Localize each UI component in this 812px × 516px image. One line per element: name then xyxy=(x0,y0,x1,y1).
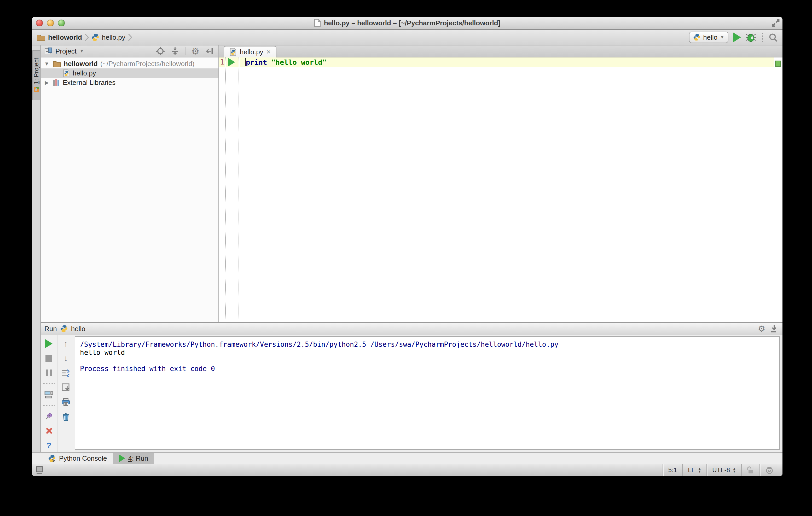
minimize-window-button[interactable] xyxy=(47,20,54,26)
tab-hello-py[interactable]: hello.py × xyxy=(224,46,277,57)
soft-wrap-icon[interactable] xyxy=(61,368,70,377)
scroll-to-end-icon[interactable] xyxy=(61,383,70,392)
gear-icon[interactable]: ⚙ xyxy=(757,324,766,333)
run-panel-config-name: hello xyxy=(71,325,85,333)
toolbar-separator xyxy=(762,33,763,42)
encoding-widget[interactable]: UTF-8 ▲▼ xyxy=(706,464,741,476)
run-tool-window-header[interactable]: Run hello ⚙ xyxy=(41,322,782,335)
next-occurrence-icon[interactable]: ↓ xyxy=(61,354,70,363)
tree-expanded-icon[interactable]: ▼ xyxy=(44,61,50,67)
breadcrumb-item-file[interactable]: hello.py xyxy=(91,33,125,41)
toolbar-separator xyxy=(43,405,55,406)
tab-run[interactable]: 4: Run xyxy=(113,453,154,464)
status-bar: 5:1 LF ▲▼ UTF-8 ▲▼ xyxy=(32,464,782,476)
run-configuration-select[interactable]: hello ▼ xyxy=(689,32,728,43)
tree-row-external-libraries[interactable]: ▶ External Libraries xyxy=(41,78,219,87)
fullscreen-icon[interactable] xyxy=(772,19,780,27)
line-number[interactable]: 1 xyxy=(219,58,225,66)
code-string: "hello world" xyxy=(271,58,326,66)
editor-scrollbar-track[interactable] xyxy=(774,57,782,322)
hide-tool-window-icon[interactable] xyxy=(770,324,779,333)
project-toolwindow-icon xyxy=(33,86,39,93)
locate-file-icon[interactable] xyxy=(156,47,165,56)
tree-root-path: (~/PycharmProjects/helloworld) xyxy=(100,60,195,68)
chevron-down-icon: ▼ xyxy=(720,35,724,40)
tree-file-label: hello.py xyxy=(72,69,96,77)
python-icon xyxy=(60,325,68,333)
tree-row-hello-py[interactable]: hello.py xyxy=(41,68,219,78)
tree-root-label: helloworld xyxy=(64,60,98,68)
run-button[interactable] xyxy=(733,32,741,42)
navigation-bar: helloworld hello.py hello ▼ xyxy=(32,30,782,45)
chevron-down-icon[interactable]: ▼ xyxy=(80,49,84,54)
project-panel: Project ▼ ⚙ xyxy=(41,45,219,322)
spinner-icon: ▲▼ xyxy=(698,467,701,473)
pause-output-button[interactable] xyxy=(44,368,54,377)
close-window-button[interactable] xyxy=(36,20,43,26)
window-title: hello.py – helloworld – [~/PycharmProjec… xyxy=(324,19,500,27)
folder-icon xyxy=(53,60,61,67)
title-bar[interactable]: hello.py – helloworld – [~/PycharmProjec… xyxy=(32,17,782,30)
project-panel-title[interactable]: Project xyxy=(55,47,77,55)
debug-button[interactable] xyxy=(746,33,756,42)
toolbar-separator xyxy=(185,47,185,55)
help-icon[interactable]: ? xyxy=(44,441,54,450)
python-console-label: Python Console xyxy=(59,454,107,462)
collapse-all-icon[interactable] xyxy=(170,47,180,56)
project-view-icon xyxy=(45,47,52,55)
inspection-status-indicator[interactable] xyxy=(775,61,781,67)
clear-all-icon[interactable] xyxy=(61,412,70,422)
code-line-1[interactable]: print "hello world" xyxy=(239,57,774,67)
bottom-tool-window-bar: Python Console 4: Run xyxy=(32,452,782,464)
search-icon[interactable] xyxy=(768,33,778,42)
right-margin-guide xyxy=(684,57,684,322)
pin-tab-icon[interactable] xyxy=(44,412,54,421)
spinner-icon: ▲▼ xyxy=(732,467,736,473)
console-line xyxy=(80,357,779,365)
console-line: Process finished with exit code 0 xyxy=(80,365,779,373)
tab-python-console[interactable]: Python Console xyxy=(42,453,113,464)
run-tool-window: Run hello ⚙ xyxy=(41,322,782,452)
show-console-icon[interactable] xyxy=(44,390,54,399)
caret-position-widget[interactable]: 5:1 xyxy=(663,464,682,476)
editor-gutter: 1 xyxy=(219,57,239,322)
unlock-icon xyxy=(747,466,754,474)
breadcrumb-item-project[interactable]: helloworld xyxy=(36,33,82,41)
highlighting-level-widget[interactable] xyxy=(759,464,779,476)
code-keyword: print xyxy=(246,58,267,66)
readonly-lock-widget[interactable] xyxy=(741,464,759,476)
console-line: hello world xyxy=(80,348,779,357)
prev-occurrence-icon[interactable]: ↑ xyxy=(61,339,70,348)
text-caret xyxy=(245,58,245,66)
console-line: /System/Library/Frameworks/Python.framew… xyxy=(80,340,779,348)
python-console-icon xyxy=(48,454,56,462)
tree-libraries-label: External Libraries xyxy=(63,79,115,87)
library-books-icon xyxy=(53,79,60,86)
line-separator-widget[interactable]: LF ▲▼ xyxy=(682,464,706,476)
stop-button[interactable] xyxy=(44,354,54,363)
tree-row-project-root[interactable]: ▼ helloworld (~/PycharmProjects/hellowor… xyxy=(41,59,219,68)
tree-collapsed-icon[interactable]: ▶ xyxy=(44,80,50,86)
editor-body[interactable]: 1 print "hello world" xyxy=(219,57,782,322)
pycharm-window: hello.py – helloworld – [~/PycharmProjec… xyxy=(32,17,782,476)
rerun-button[interactable] xyxy=(44,339,54,348)
code-area[interactable]: print "hello world" xyxy=(239,57,774,322)
toggle-toolwindows-icon[interactable] xyxy=(35,465,45,475)
project-tree: ▼ helloworld (~/PycharmProjects/hellowor… xyxy=(41,57,219,322)
run-configuration-label: hello xyxy=(703,33,718,41)
python-file-icon xyxy=(229,48,237,56)
zoom-window-button[interactable] xyxy=(58,20,65,26)
run-console-output[interactable]: /System/Library/Frameworks/Python.framew… xyxy=(75,336,780,450)
close-tool-window-icon[interactable] xyxy=(44,426,54,435)
close-tab-icon[interactable]: × xyxy=(266,48,271,56)
run-panel-title: Run xyxy=(45,325,57,333)
stripe-button-project[interactable]: 1: Project xyxy=(32,51,40,100)
toolbar-separator xyxy=(43,383,55,384)
chevron-right-icon xyxy=(85,33,89,41)
breadcrumb: helloworld hello.py xyxy=(36,33,689,41)
gear-icon[interactable]: ⚙ xyxy=(191,47,200,56)
run-line-marker-icon[interactable] xyxy=(228,58,235,67)
window-controls xyxy=(36,17,65,29)
print-icon[interactable] xyxy=(61,397,70,407)
hide-panel-icon[interactable] xyxy=(205,47,215,56)
